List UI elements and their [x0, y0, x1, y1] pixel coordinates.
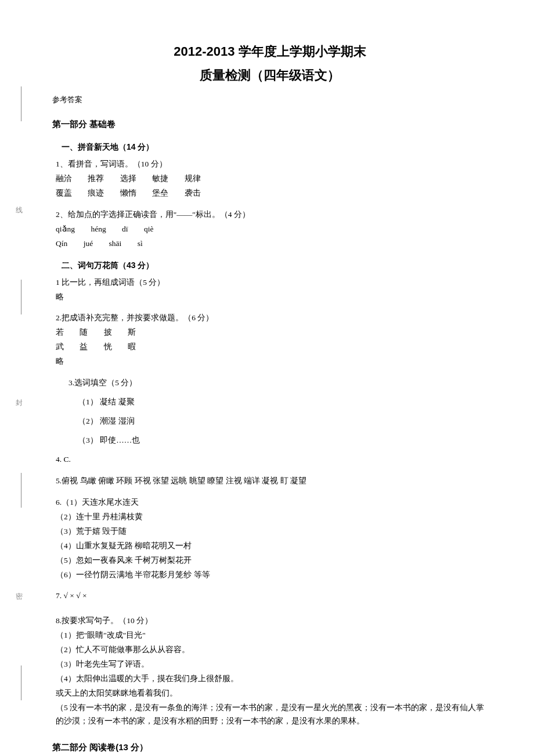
pinyin: Qín [56, 239, 67, 248]
char: 武 [56, 342, 64, 351]
margin-line [21, 280, 21, 314]
s2q8-i1: （1）把"眼睛"改成"目光" [56, 629, 488, 642]
s2q7: 7. √ × √ × [56, 589, 488, 603]
q1-row1: 融洽 推荐 选择 敏捷 规律 [56, 172, 488, 186]
s2q6-i5: （5）忽如一夜春风来 千树万树梨花开 [56, 554, 488, 567]
char: 披 [104, 328, 112, 337]
s2q6-prompt: 6.（1）天连水尾水连天 [56, 496, 488, 509]
part2-heading: 第二部分 阅读卷(13 分） [52, 740, 488, 755]
s2q2-prompt: 2.把成语补充完整，并按要求做题。（6 分） [56, 312, 488, 325]
s2q6-i6: （6）一径竹阴云满地 半帘花影月笼纱 等等 [56, 569, 488, 582]
part1-heading: 第一部分 基础卷 [52, 117, 488, 132]
char: 恍 [104, 342, 112, 351]
s2q8-prompt: 8.按要求写句子。（10 分） [56, 614, 488, 628]
s2q8-i4: （4）太阳伸出温暖的大手，摸在我们身上很舒服。 [56, 672, 488, 686]
s2q1-ans: 略 [56, 291, 488, 304]
char: 益 [80, 342, 88, 351]
s2q3-i3: （3） 即使……也 [78, 434, 488, 447]
word: 推荐 [88, 174, 104, 183]
doc-title-line1: 2012-2013 学年度上学期小学期末 [52, 41, 488, 62]
word: 懒惰 [120, 189, 136, 197]
word: 覆盖 [56, 189, 72, 197]
pinyin: dī [122, 225, 128, 233]
char: 随 [80, 328, 88, 337]
s2q3-i1: （1） 凝结 凝聚 [78, 396, 488, 409]
pinyin: héng [91, 225, 106, 233]
s2q8-i3: （3）叶老先生写了评语。 [56, 658, 488, 671]
char: 暇 [128, 342, 136, 351]
s2q8-i5: （5 没有一本书的家，是没有一条鱼的海洋；没有一本书的家，是没有一星火光的黑夜；… [56, 701, 488, 728]
s2q5: 5.俯视 鸟瞰 俯瞰 环顾 环视 张望 远眺 眺望 瞭望 注视 端详 凝视 盯 … [56, 475, 488, 488]
binding-margin: 线 封 密 [10, 46, 28, 740]
pinyin: qiǎng [56, 225, 75, 233]
s2q2-row2: 武 益 恍 暇 [56, 341, 488, 354]
char: 若 [56, 328, 64, 337]
s2q3-i2: （2） 潮湿 湿润 [78, 415, 488, 428]
s2q1-prompt: 1 比一比，再组成词语（5 分） [56, 276, 488, 290]
pinyin: jué [84, 239, 93, 248]
word: 规律 [185, 174, 201, 183]
section2-title: 二、词句万花筒（43 分） [62, 259, 488, 273]
q2-row1: qiǎng héng dī qiè [56, 223, 488, 236]
s2q4: 4. C. [56, 453, 488, 466]
q2-row2: Qín jué shāi sì [56, 237, 488, 251]
word: 敏捷 [152, 174, 168, 183]
word: 融洽 [56, 174, 72, 183]
reference-answer-label: 参考答案 [52, 93, 488, 106]
word: 选择 [120, 174, 136, 183]
s2q8-i2: （2）忙人不可能做事那么从从容容。 [56, 643, 488, 657]
s2q6-i3: （3）荒于嬉 毁于随 [56, 525, 488, 538]
s2q2-row1: 若 随 披 斯 [56, 326, 488, 339]
q1-row2: 覆盖 痕迹 懒惰 堡垒 袭击 [56, 187, 488, 200]
word: 痕迹 [88, 189, 104, 197]
q2-prompt: 2、给加点的字选择正确读音，用"——"标出。（4 分） [56, 208, 488, 222]
s2q6-i2: （2）连十里 丹桂满枝黄 [56, 511, 488, 524]
s2q3-prompt: 3.选词填空（5 分） [68, 377, 488, 390]
pinyin: qiè [144, 225, 154, 233]
margin-line [21, 665, 21, 700]
q1-prompt: 1、看拼音，写词语。（10 分） [56, 158, 488, 171]
margin-line [21, 86, 21, 121]
pinyin: shāi [109, 239, 122, 248]
pinyin: sì [138, 239, 143, 248]
s2q6-i4: （4）山重水复疑无路 柳暗花明又一村 [56, 540, 488, 553]
section1-title: 一、拼音新天地（14 分） [62, 140, 488, 154]
margin-line [21, 473, 21, 508]
word: 堡垒 [152, 189, 168, 197]
doc-title-line2: 质量检测（四年级语文） [52, 64, 488, 86]
s2q2-ans: 略 [56, 355, 488, 368]
s2q8-alt: 或天上的太阳笑眯眯地看着我们。 [56, 687, 488, 700]
char: 斯 [128, 328, 136, 337]
word: 袭击 [185, 189, 201, 197]
